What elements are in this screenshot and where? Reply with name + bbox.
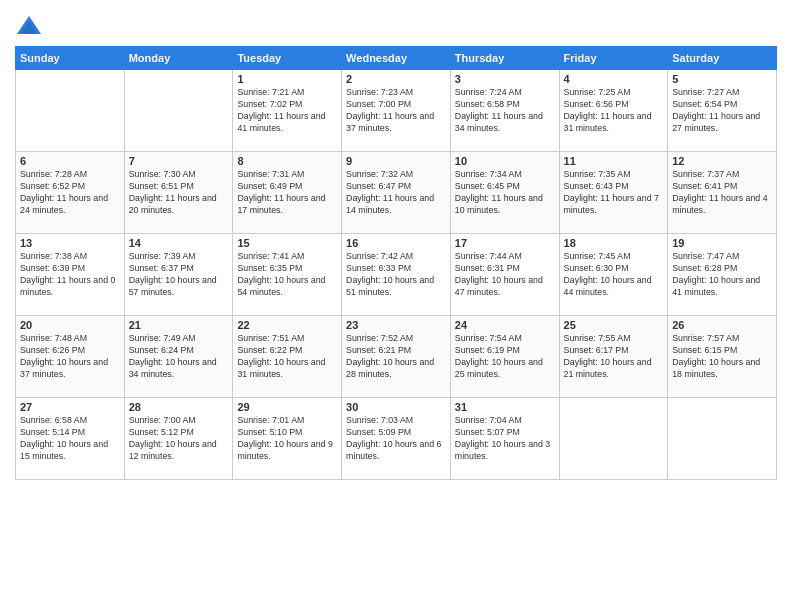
calendar-cell: 24Sunrise: 7:54 AM Sunset: 6:19 PM Dayli… bbox=[450, 316, 559, 398]
day-number: 10 bbox=[455, 155, 555, 167]
calendar-cell: 22Sunrise: 7:51 AM Sunset: 6:22 PM Dayli… bbox=[233, 316, 342, 398]
day-info: Sunrise: 7:24 AM Sunset: 6:58 PM Dayligh… bbox=[455, 87, 555, 135]
day-number: 23 bbox=[346, 319, 446, 331]
day-number: 18 bbox=[564, 237, 664, 249]
calendar-cell: 2Sunrise: 7:23 AM Sunset: 7:00 PM Daylig… bbox=[342, 70, 451, 152]
day-number: 28 bbox=[129, 401, 229, 413]
calendar-cell bbox=[124, 70, 233, 152]
day-info: Sunrise: 7:01 AM Sunset: 5:10 PM Dayligh… bbox=[237, 415, 337, 463]
calendar-cell: 10Sunrise: 7:34 AM Sunset: 6:45 PM Dayli… bbox=[450, 152, 559, 234]
day-info: Sunrise: 7:00 AM Sunset: 5:12 PM Dayligh… bbox=[129, 415, 229, 463]
day-info: Sunrise: 7:04 AM Sunset: 5:07 PM Dayligh… bbox=[455, 415, 555, 463]
day-info: Sunrise: 7:25 AM Sunset: 6:56 PM Dayligh… bbox=[564, 87, 664, 135]
day-number: 31 bbox=[455, 401, 555, 413]
calendar-cell: 16Sunrise: 7:42 AM Sunset: 6:33 PM Dayli… bbox=[342, 234, 451, 316]
logo bbox=[15, 14, 46, 42]
calendar-cell: 12Sunrise: 7:37 AM Sunset: 6:41 PM Dayli… bbox=[668, 152, 777, 234]
day-info: Sunrise: 7:49 AM Sunset: 6:24 PM Dayligh… bbox=[129, 333, 229, 381]
calendar-cell: 13Sunrise: 7:38 AM Sunset: 6:39 PM Dayli… bbox=[16, 234, 125, 316]
day-info: Sunrise: 7:47 AM Sunset: 6:28 PM Dayligh… bbox=[672, 251, 772, 299]
day-number: 19 bbox=[672, 237, 772, 249]
weekday-header-sunday: Sunday bbox=[16, 47, 125, 70]
weekday-header-wednesday: Wednesday bbox=[342, 47, 451, 70]
day-info: Sunrise: 7:45 AM Sunset: 6:30 PM Dayligh… bbox=[564, 251, 664, 299]
calendar-cell: 19Sunrise: 7:47 AM Sunset: 6:28 PM Dayli… bbox=[668, 234, 777, 316]
calendar-cell: 27Sunrise: 6:58 AM Sunset: 5:14 PM Dayli… bbox=[16, 398, 125, 480]
day-info: Sunrise: 7:44 AM Sunset: 6:31 PM Dayligh… bbox=[455, 251, 555, 299]
day-info: Sunrise: 7:30 AM Sunset: 6:51 PM Dayligh… bbox=[129, 169, 229, 217]
day-number: 13 bbox=[20, 237, 120, 249]
calendar-cell: 30Sunrise: 7:03 AM Sunset: 5:09 PM Dayli… bbox=[342, 398, 451, 480]
day-info: Sunrise: 7:27 AM Sunset: 6:54 PM Dayligh… bbox=[672, 87, 772, 135]
calendar-week-1: 1Sunrise: 7:21 AM Sunset: 7:02 PM Daylig… bbox=[16, 70, 777, 152]
day-number: 17 bbox=[455, 237, 555, 249]
calendar-cell: 11Sunrise: 7:35 AM Sunset: 6:43 PM Dayli… bbox=[559, 152, 668, 234]
day-number: 24 bbox=[455, 319, 555, 331]
calendar-cell: 15Sunrise: 7:41 AM Sunset: 6:35 PM Dayli… bbox=[233, 234, 342, 316]
day-info: Sunrise: 7:41 AM Sunset: 6:35 PM Dayligh… bbox=[237, 251, 337, 299]
calendar-cell: 6Sunrise: 7:28 AM Sunset: 6:52 PM Daylig… bbox=[16, 152, 125, 234]
header bbox=[15, 10, 777, 42]
weekday-header-friday: Friday bbox=[559, 47, 668, 70]
day-info: Sunrise: 7:31 AM Sunset: 6:49 PM Dayligh… bbox=[237, 169, 337, 217]
weekday-header-thursday: Thursday bbox=[450, 47, 559, 70]
day-number: 29 bbox=[237, 401, 337, 413]
day-number: 9 bbox=[346, 155, 446, 167]
day-info: Sunrise: 7:35 AM Sunset: 6:43 PM Dayligh… bbox=[564, 169, 664, 217]
calendar-cell: 8Sunrise: 7:31 AM Sunset: 6:49 PM Daylig… bbox=[233, 152, 342, 234]
calendar-cell: 20Sunrise: 7:48 AM Sunset: 6:26 PM Dayli… bbox=[16, 316, 125, 398]
day-number: 16 bbox=[346, 237, 446, 249]
day-info: Sunrise: 7:21 AM Sunset: 7:02 PM Dayligh… bbox=[237, 87, 337, 135]
day-info: Sunrise: 7:55 AM Sunset: 6:17 PM Dayligh… bbox=[564, 333, 664, 381]
day-number: 14 bbox=[129, 237, 229, 249]
calendar-cell: 31Sunrise: 7:04 AM Sunset: 5:07 PM Dayli… bbox=[450, 398, 559, 480]
day-number: 11 bbox=[564, 155, 664, 167]
weekday-header-tuesday: Tuesday bbox=[233, 47, 342, 70]
day-number: 15 bbox=[237, 237, 337, 249]
calendar-cell: 1Sunrise: 7:21 AM Sunset: 7:02 PM Daylig… bbox=[233, 70, 342, 152]
calendar-cell: 23Sunrise: 7:52 AM Sunset: 6:21 PM Dayli… bbox=[342, 316, 451, 398]
day-info: Sunrise: 7:52 AM Sunset: 6:21 PM Dayligh… bbox=[346, 333, 446, 381]
day-info: Sunrise: 7:28 AM Sunset: 6:52 PM Dayligh… bbox=[20, 169, 120, 217]
day-info: Sunrise: 7:37 AM Sunset: 6:41 PM Dayligh… bbox=[672, 169, 772, 217]
calendar-cell bbox=[16, 70, 125, 152]
day-number: 12 bbox=[672, 155, 772, 167]
day-info: Sunrise: 7:03 AM Sunset: 5:09 PM Dayligh… bbox=[346, 415, 446, 463]
day-number: 8 bbox=[237, 155, 337, 167]
weekday-header-row: SundayMondayTuesdayWednesdayThursdayFrid… bbox=[16, 47, 777, 70]
day-info: Sunrise: 6:58 AM Sunset: 5:14 PM Dayligh… bbox=[20, 415, 120, 463]
day-number: 6 bbox=[20, 155, 120, 167]
day-info: Sunrise: 7:23 AM Sunset: 7:00 PM Dayligh… bbox=[346, 87, 446, 135]
weekday-header-saturday: Saturday bbox=[668, 47, 777, 70]
calendar-week-2: 6Sunrise: 7:28 AM Sunset: 6:52 PM Daylig… bbox=[16, 152, 777, 234]
day-number: 26 bbox=[672, 319, 772, 331]
calendar-cell: 4Sunrise: 7:25 AM Sunset: 6:56 PM Daylig… bbox=[559, 70, 668, 152]
calendar-cell: 14Sunrise: 7:39 AM Sunset: 6:37 PM Dayli… bbox=[124, 234, 233, 316]
calendar-cell: 28Sunrise: 7:00 AM Sunset: 5:12 PM Dayli… bbox=[124, 398, 233, 480]
day-info: Sunrise: 7:39 AM Sunset: 6:37 PM Dayligh… bbox=[129, 251, 229, 299]
calendar-cell bbox=[668, 398, 777, 480]
day-number: 3 bbox=[455, 73, 555, 85]
weekday-header-monday: Monday bbox=[124, 47, 233, 70]
logo-icon bbox=[15, 14, 43, 42]
calendar-week-3: 13Sunrise: 7:38 AM Sunset: 6:39 PM Dayli… bbox=[16, 234, 777, 316]
calendar-cell: 26Sunrise: 7:57 AM Sunset: 6:15 PM Dayli… bbox=[668, 316, 777, 398]
day-info: Sunrise: 7:32 AM Sunset: 6:47 PM Dayligh… bbox=[346, 169, 446, 217]
calendar-week-4: 20Sunrise: 7:48 AM Sunset: 6:26 PM Dayli… bbox=[16, 316, 777, 398]
day-info: Sunrise: 7:48 AM Sunset: 6:26 PM Dayligh… bbox=[20, 333, 120, 381]
day-number: 27 bbox=[20, 401, 120, 413]
calendar-cell: 9Sunrise: 7:32 AM Sunset: 6:47 PM Daylig… bbox=[342, 152, 451, 234]
day-number: 25 bbox=[564, 319, 664, 331]
day-number: 2 bbox=[346, 73, 446, 85]
day-number: 30 bbox=[346, 401, 446, 413]
day-number: 4 bbox=[564, 73, 664, 85]
calendar-cell: 5Sunrise: 7:27 AM Sunset: 6:54 PM Daylig… bbox=[668, 70, 777, 152]
calendar-cell: 25Sunrise: 7:55 AM Sunset: 6:17 PM Dayli… bbox=[559, 316, 668, 398]
day-info: Sunrise: 7:57 AM Sunset: 6:15 PM Dayligh… bbox=[672, 333, 772, 381]
day-number: 5 bbox=[672, 73, 772, 85]
day-info: Sunrise: 7:42 AM Sunset: 6:33 PM Dayligh… bbox=[346, 251, 446, 299]
day-number: 21 bbox=[129, 319, 229, 331]
calendar-table: SundayMondayTuesdayWednesdayThursdayFrid… bbox=[15, 46, 777, 480]
day-number: 20 bbox=[20, 319, 120, 331]
day-number: 7 bbox=[129, 155, 229, 167]
